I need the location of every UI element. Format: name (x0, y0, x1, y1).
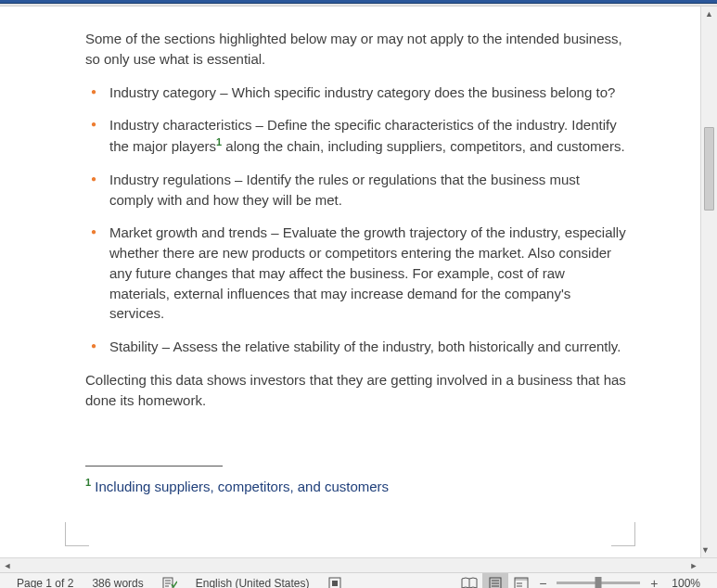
bullet-label: Stability (109, 339, 159, 354)
bullet-label: Industry characteristics (109, 117, 251, 133)
macro-button[interactable] (319, 573, 351, 588)
closing-paragraph[interactable]: Collecting this data shows investors tha… (85, 370, 626, 411)
macro-icon (328, 577, 341, 589)
zoom-out-button[interactable]: − (534, 576, 551, 589)
list-item[interactable]: Industry category – Which specific indus… (85, 83, 626, 103)
word-count[interactable]: 386 words (83, 573, 152, 588)
spellcheck-button[interactable] (153, 573, 186, 588)
read-mode-icon (461, 577, 478, 589)
bullet-text-after: along the chain, including suppliers, co… (222, 138, 624, 154)
spellcheck-icon (162, 577, 177, 589)
bullet-label: Industry regulations (109, 172, 231, 187)
page: Some of the sections highlighted below m… (0, 6, 700, 557)
document-area[interactable]: Some of the sections highlighted below m… (0, 6, 700, 557)
bullet-text: Assess the relative stability of the ind… (173, 339, 621, 354)
bullet-list: Industry category – Which specific indus… (85, 83, 626, 357)
web-layout-button[interactable] (508, 573, 534, 588)
footnote-separator (85, 466, 223, 467)
bullet-label: Industry category (109, 84, 216, 100)
page-margin-corner (611, 522, 635, 546)
bullet-label: Market growth and trends (109, 224, 267, 240)
scroll-up-arrow-icon[interactable]: ▲ (701, 6, 717, 21)
footnote[interactable]: 1 Including suppliers, competitors, and … (85, 476, 626, 497)
list-item[interactable]: Industry characteristics – Define the sp… (85, 115, 626, 157)
page-margin-corner (65, 522, 89, 546)
bullet-text: Which specific industry category does th… (232, 84, 616, 100)
zoom-slider-handle[interactable] (595, 577, 602, 588)
scroll-left-arrow-icon[interactable]: ◄ (0, 561, 15, 570)
read-mode-button[interactable] (456, 573, 482, 588)
scroll-right-arrow-icon[interactable]: ► (686, 561, 701, 570)
page-indicator[interactable]: Page 1 of 2 (7, 573, 83, 588)
intro-paragraph[interactable]: Some of the sections highlighted below m… (85, 29, 626, 70)
horizontal-scrollbar[interactable]: ◄ ► (0, 557, 717, 572)
footnote-text: Including suppliers, competitors, and cu… (91, 479, 389, 494)
zoom-in-button[interactable]: + (646, 576, 662, 589)
print-layout-icon (488, 577, 503, 589)
vertical-scrollbar[interactable]: ▲ ▼ (700, 6, 717, 557)
print-layout-button[interactable] (482, 573, 508, 588)
list-item[interactable]: Industry regulations – Identify the rule… (85, 170, 626, 211)
scroll-down-arrow-icon[interactable]: ▼ (701, 543, 710, 557)
scrollbar-thumb[interactable] (704, 127, 714, 211)
zoom-level[interactable]: 100% (662, 573, 710, 588)
web-layout-icon (514, 577, 529, 589)
language-indicator[interactable]: English (United States) (186, 573, 319, 588)
svg-rect-9 (515, 578, 528, 581)
svg-rect-2 (332, 581, 338, 586)
status-bar: Page 1 of 2 386 words English (United St… (0, 572, 717, 588)
scrollbar-track[interactable] (15, 558, 686, 572)
zoom-slider[interactable] (557, 582, 640, 584)
list-item[interactable]: Stability – Assess the relative stabilit… (85, 337, 626, 357)
list-item[interactable]: Market growth and trends – Evaluate the … (85, 223, 626, 324)
